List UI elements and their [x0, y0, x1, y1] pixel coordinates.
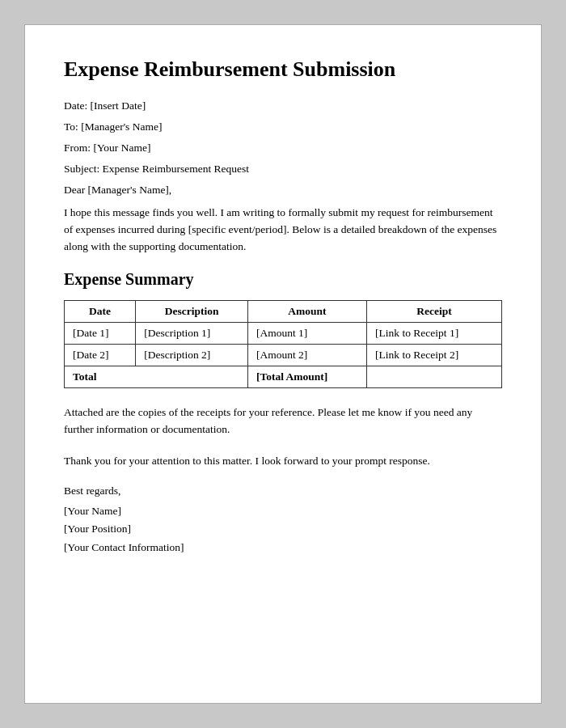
subject-field: Subject: Expense Reimbursement Request [64, 163, 502, 176]
document-page: Expense Reimbursement Submission Date: [… [24, 24, 542, 704]
signature-block: [Your Name] [Your Position] [Your Contac… [64, 502, 502, 558]
total-receipt-empty [367, 366, 502, 387]
date-field: Date: [Insert Date] [64, 99, 502, 112]
row2-receipt: [Link to Receipt 2] [367, 344, 502, 366]
row2-description: [Description 2] [136, 344, 248, 366]
row2-amount: [Amount 2] [247, 344, 366, 366]
expense-table: Date Description Amount Receipt [Date 1]… [64, 300, 502, 388]
total-amount: [Total Amount] [247, 366, 366, 387]
table-row: [Date 2] [Description 2] [Amount 2] [Lin… [65, 344, 502, 366]
closing-text: Best regards, [64, 485, 502, 497]
col-date: Date [65, 300, 136, 322]
document-title: Expense Reimbursement Submission [64, 57, 502, 82]
row1-receipt: [Link to Receipt 1] [367, 322, 502, 344]
row1-description: [Description 1] [136, 322, 248, 344]
col-receipt: Receipt [367, 300, 502, 322]
col-description: Description [136, 300, 248, 322]
intro-paragraph: I hope this message finds you well. I am… [64, 205, 502, 256]
table-row: [Date 1] [Description 1] [Amount 1] [Lin… [65, 322, 502, 344]
expense-summary-heading: Expense Summary [64, 270, 502, 289]
table-footer-row: Total [Total Amount] [65, 366, 502, 387]
row1-date: [Date 1] [65, 322, 136, 344]
attached-paragraph: Attached are the copies of the receipts … [64, 404, 502, 438]
greeting: Dear [Manager's Name], [64, 184, 502, 197]
to-field: To: [Manager's Name] [64, 121, 502, 133]
thankyou-paragraph: Thank you for your attention to this mat… [64, 453, 502, 470]
row2-date: [Date 2] [65, 344, 136, 366]
table-header-row: Date Description Amount Receipt [65, 300, 502, 322]
signature-position: [Your Position] [64, 520, 502, 539]
from-field: From: [Your Name] [64, 142, 502, 154]
col-amount: Amount [247, 300, 366, 322]
total-label: Total [65, 366, 248, 387]
signature-contact: [Your Contact Information] [64, 539, 502, 557]
signature-name: [Your Name] [64, 502, 502, 521]
row1-amount: [Amount 1] [247, 322, 366, 344]
